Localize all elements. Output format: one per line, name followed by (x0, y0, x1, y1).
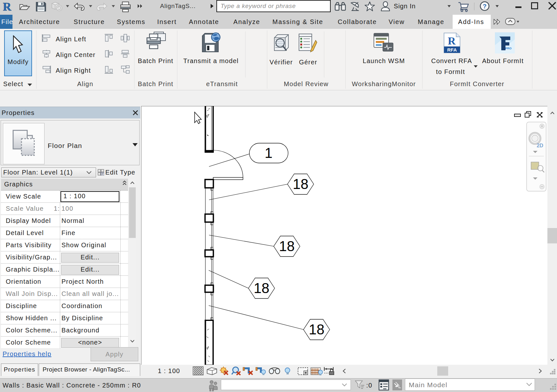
svg-text:18: 18 (279, 238, 295, 254)
svg-text:1: 1 (265, 145, 272, 161)
svg-text:18: 18 (293, 176, 309, 192)
svg-text:RFA: RFA (447, 47, 457, 53)
svg-text:R: R (448, 35, 456, 47)
svg-text:18: 18 (309, 322, 325, 337)
svg-text:PRO: PRO (505, 47, 512, 50)
svg-text:R: R (3, 1, 12, 12)
svg-text:2D: 2D (537, 143, 543, 148)
svg-text:?: ? (483, 3, 487, 10)
svg-text:18: 18 (254, 280, 270, 296)
